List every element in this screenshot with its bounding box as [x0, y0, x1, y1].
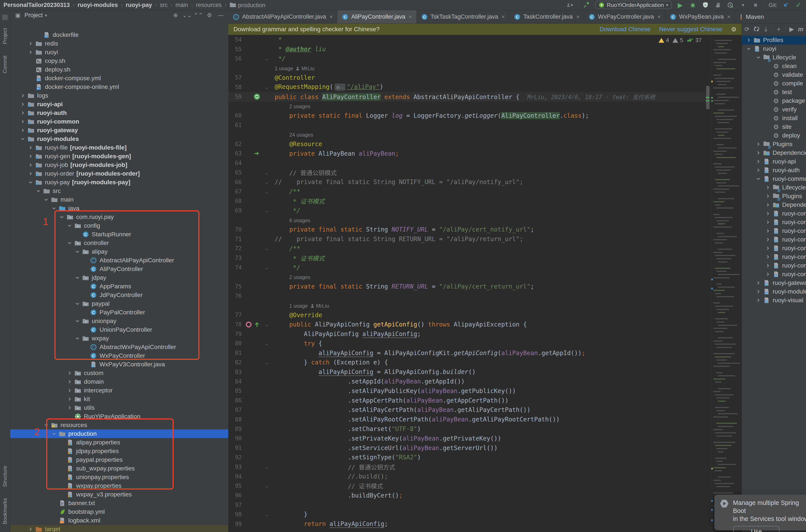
chevron-expanded-icon[interactable]: [74, 275, 81, 281]
gear-icon[interactable]: ⚙: [205, 12, 214, 19]
fold-marker-icon[interactable]: ⌄: [262, 265, 272, 270]
fold-marker-icon[interactable]: ⌄: [262, 483, 272, 489]
chevron-collapsed-icon[interactable]: [19, 101, 27, 107]
tree-item-main[interactable]: main: [10, 195, 228, 204]
usages-inlay-hint[interactable]: 24 usages: [289, 132, 313, 138]
chevron-collapsed-icon[interactable]: [66, 405, 74, 411]
tree-item-ruoyi-modules[interactable]: mruoyi-modules: [742, 287, 806, 296]
chevron-collapsed-icon[interactable]: [27, 526, 35, 532]
collapse-all-icon[interactable]: ⌃⌃: [194, 12, 203, 19]
tree-item-kit[interactable]: kit: [10, 395, 228, 403]
maven-add-icon[interactable]: +: [776, 25, 781, 33]
chevron-collapsed-icon[interactable]: [764, 271, 772, 277]
tree-item-jdpay.properties[interactable]: jdpay.properties: [10, 447, 228, 455]
user-menu-icon[interactable]: ▾: [565, 1, 574, 9]
chevron-collapsed-icon[interactable]: [19, 128, 27, 133]
chevron-expanded-icon[interactable]: [58, 214, 66, 220]
chevron-down-icon[interactable]: ▾: [45, 13, 47, 18]
breadcrumb[interactable]: PersonalTailor20230313›ruoyi-modules›ruo…: [3, 1, 265, 9]
fold-marker-icon[interactable]: ⌄: [262, 340, 272, 346]
chevron-expanded-icon[interactable]: [745, 46, 753, 52]
debug-button[interactable]: [689, 1, 697, 9]
fold-marker-icon[interactable]: ⌄: [262, 511, 272, 517]
breadcrumb-item[interactable]: main: [175, 2, 188, 8]
tree-item-wxpay_v3.properties[interactable]: wxpay_v3.properties: [10, 490, 228, 499]
tree-item-alipay.properties[interactable]: alipay.properties: [10, 438, 228, 447]
chevron-collapsed-icon[interactable]: [764, 185, 772, 190]
tree-item-docker-compose-online.yml[interactable]: DCdocker-compose-online.yml: [10, 82, 228, 91]
tree-item-java[interactable]: java: [10, 204, 228, 213]
chevron-collapsed-icon[interactable]: [764, 202, 772, 208]
chevron-collapsed-icon[interactable]: [754, 167, 762, 173]
fold-marker-icon[interactable]: ⌄: [262, 359, 272, 365]
git-update-icon[interactable]: [782, 1, 790, 9]
tree-item-unionpay[interactable]: unionpay: [10, 317, 228, 325]
chevron-collapsed-icon[interactable]: [66, 370, 74, 376]
tree-item-production[interactable]: production: [10, 430, 228, 438]
tree-item-plugins[interactable]: ⚙Plugins: [742, 192, 806, 201]
tree-item-ruoyi-commo[interactable]: mruoyi-commo: [742, 218, 806, 227]
breadcrumb-item[interactable]: PersonalTailor20230313: [3, 2, 70, 8]
tree-item-ruoyi-gen[interactable]: ruoyi-gen[ruoyi-modules-gen]: [10, 152, 228, 160]
git-commit-icon[interactable]: ✓: [794, 1, 803, 9]
inspections-widget[interactable]: 4 5 ✔✔ 37 ⌃ ⌄: [658, 37, 705, 44]
breadcrumb-item[interactable]: resources: [196, 2, 222, 8]
chevron-collapsed-icon[interactable]: [764, 220, 772, 225]
run-configuration-select[interactable]: RuoYiOrderApplication▾: [595, 1, 672, 9]
tree-item-copy.sh[interactable]: copy.sh: [10, 57, 228, 65]
build-hammer-icon[interactable]: [582, 1, 591, 9]
tree-item-target[interactable]: target: [10, 525, 228, 532]
tree-item-wxpay[interactable]: wxpay: [10, 334, 228, 343]
tree-item-plugins[interactable]: ⚙Plugins: [742, 140, 806, 149]
tree-item-abstractwxpayapicontroller[interactable]: CAbstractWxPayApiController: [10, 343, 228, 352]
tree-item-profiles[interactable]: Profiles: [742, 36, 806, 44]
chevron-collapsed-icon[interactable]: [19, 93, 27, 98]
fold-marker-icon[interactable]: ⌄: [262, 189, 272, 195]
editor-tab-abstractalipayapicontroller-java[interactable]: C AbstractAliPayApiController.java ×: [228, 10, 337, 23]
chevron-expanded-icon[interactable]: [50, 431, 58, 437]
close-tab-icon[interactable]: ×: [329, 14, 333, 20]
usages-inlay-hint[interactable]: 2 usages: [289, 103, 310, 110]
tree-item-ruoyi-common[interactable]: mruoyi-common: [742, 174, 806, 183]
tree-item-paypal.properties[interactable]: paypal.properties: [10, 455, 228, 464]
tree-item-ruoyi-commo[interactable]: mruoyi-commo: [742, 252, 806, 261]
chevron-collapsed-icon[interactable]: [754, 280, 762, 286]
chevron-collapsed-icon[interactable]: [27, 145, 35, 150]
banner-settings-icon[interactable]: ⚙: [731, 26, 736, 33]
tree-item-ruoyi-order[interactable]: ruoyi-order[ruoyi-modules-order]: [10, 169, 228, 178]
tree-item-jdpay[interactable]: jdpay: [10, 273, 228, 282]
fold-marker-icon[interactable]: ⌄: [262, 245, 272, 251]
maven-download-sources-icon[interactable]: ⤓: [763, 25, 768, 33]
chevron-collapsed-icon[interactable]: [745, 37, 753, 43]
chevron-collapsed-icon[interactable]: [754, 150, 762, 156]
tree-item-bootstrap.yml[interactable]: bootstrap.yml: [10, 508, 228, 516]
tree-item-clean[interactable]: ⚙clean: [742, 62, 806, 71]
chevron-expanded-icon[interactable]: [42, 197, 50, 203]
tree-item-sub_wxpay.properties[interactable]: sub_wxpay.properties: [10, 464, 228, 473]
chevron-collapsed-icon[interactable]: [754, 289, 762, 294]
chevron-collapsed-icon[interactable]: [764, 211, 772, 216]
tree-item-controller[interactable]: controller: [10, 239, 228, 247]
editor-scrollbar[interactable]: [705, 35, 711, 532]
chevron-down-icon[interactable]: ▾: [739, 1, 747, 9]
tool-window-button-bookmarks[interactable]: Bookmarks: [2, 498, 8, 524]
tree-item-utils[interactable]: utils: [10, 403, 228, 412]
tree-item-dependencies[interactable]: Dependencies: [742, 149, 806, 157]
tree-item-ruoyipayapplication[interactable]: RuoYiPayApplication: [10, 412, 228, 421]
spring-gutter-icon[interactable]: [253, 93, 261, 100]
fold-marker-icon[interactable]: ⌄: [262, 170, 272, 176]
tree-item-ruoyi[interactable]: mruoyi: [742, 44, 806, 53]
chevron-expanded-icon[interactable]: [66, 223, 74, 228]
tree-item-ruoyi-file[interactable]: ruoyi-file[ruoyi-modules-file]: [10, 143, 228, 152]
chevron-collapsed-icon[interactable]: [27, 50, 35, 55]
tree-item-ruoyi[interactable]: ruoyi: [10, 48, 228, 57]
close-tab-icon[interactable]: ×: [409, 14, 412, 20]
chevron-expanded-icon[interactable]: [74, 336, 81, 341]
tree-item-compile[interactable]: ⚙compile: [742, 79, 806, 88]
editor-tab-wxpaybean-java[interactable]: C WxPayBean.java ×: [665, 10, 735, 23]
tree-item-ruoyi-auth[interactable]: ruoyi-auth: [10, 109, 228, 117]
chevron-collapsed-icon[interactable]: [764, 228, 772, 234]
chevron-expanded-icon[interactable]: [74, 301, 81, 306]
chevron-collapsed-icon[interactable]: [27, 162, 35, 168]
tree-item-ruoyi-pay[interactable]: ruoyi-pay[ruoyi-modules-pay]: [10, 178, 228, 187]
